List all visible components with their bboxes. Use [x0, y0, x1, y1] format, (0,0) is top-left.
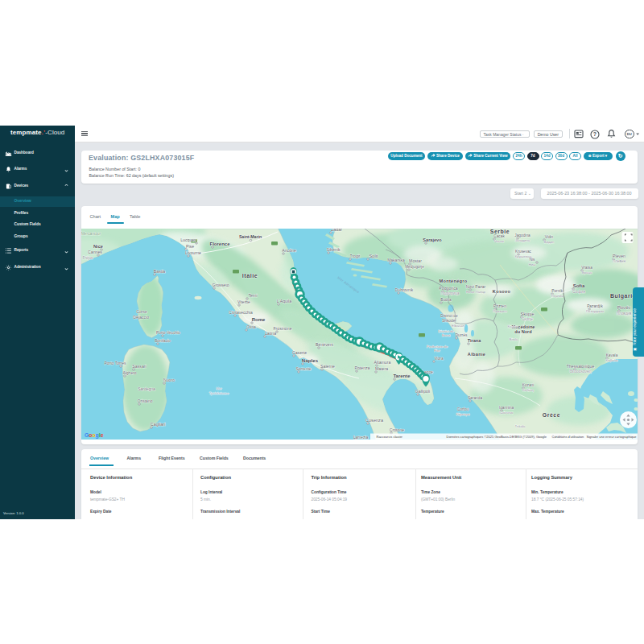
svg-text:Rome: Rome — [251, 317, 265, 322]
svg-text:Corse: Corse — [136, 309, 147, 314]
svg-text:ʘAjaccio: ʘAjaccio — [132, 315, 148, 320]
svg-text:Pernik: Pernik — [551, 289, 563, 293]
svg-text:Matera: Matera — [374, 366, 387, 371]
svg-text:Albanie: Albanie — [467, 352, 485, 357]
svg-text:Données cartographiques ©2025: Données cartographiques ©2025 GeoBasis-D… — [446, 435, 547, 439]
svg-text:Јагодина: Јагодина — [514, 238, 530, 242]
svg-text:Pleven: Pleven — [613, 254, 625, 258]
svg-text:Krusevac: Krusevac — [515, 250, 532, 254]
svg-text:Враца: Враца — [581, 270, 592, 275]
svg-text:Plovdiv: Plovdiv — [617, 305, 630, 310]
svg-text:Пазарджик: Пазарджик — [585, 309, 603, 313]
svg-text:Подгорица: Подгорица — [440, 291, 459, 295]
svg-text:Cacak: Cacak — [493, 234, 505, 238]
svg-text:Civitavecchia: Civitavecchia — [229, 310, 253, 315]
svg-text:Naples: Naples — [301, 357, 318, 363]
svg-text:Pise: Pise — [185, 243, 193, 248]
svg-text:Sardegna: Sardegna — [138, 386, 155, 391]
svg-text:Skopje: Skopje — [520, 312, 534, 316]
svg-text:Thessalonique: Thessalonique — [566, 364, 594, 369]
svg-text:Cosenza: Cosenza — [365, 418, 383, 423]
svg-text:Lamezia: Lamezia — [353, 436, 367, 440]
svg-text:Sarajevo: Sarajevo — [423, 237, 442, 242]
svg-text:Nice: Nice — [93, 244, 103, 249]
svg-text:Sibenik: Sibenik — [326, 247, 340, 252]
svg-text:Saranda: Saranda — [467, 396, 481, 400]
svg-text:Видин: Видин — [543, 240, 554, 244]
svg-text:Altamura: Altamura — [374, 360, 390, 365]
svg-text:Ostia: Ostia — [246, 324, 256, 329]
svg-text:Porto Torres: Porto Torres — [104, 361, 126, 365]
svg-text:Ancône: Ancône — [282, 248, 296, 253]
svg-text:Sofia: Sofia — [572, 283, 584, 288]
svg-text:Mostar: Mostar — [409, 258, 422, 263]
svg-text:Κοζάνη: Κοζάνη — [522, 388, 534, 392]
svg-text:Ioannina: Ioannina — [498, 406, 514, 410]
svg-text:Bulgarie: Bulgarie — [609, 293, 635, 299]
svg-text:Kozani: Kozani — [522, 383, 534, 387]
svg-text:Potenza: Potenza — [354, 365, 369, 370]
svg-text:Vratsa: Vratsa — [581, 266, 592, 270]
svg-text:Salerne: Salerne — [320, 364, 335, 369]
svg-text:Jagodina: Jagodina — [514, 233, 530, 237]
svg-text:Нови Пазар: Нови Пазар — [465, 290, 485, 294]
svg-text:Sassari: Sassari — [132, 364, 146, 369]
svg-text:Italie: Italie — [242, 271, 257, 279]
svg-text:Prizren: Prizren — [493, 303, 506, 308]
svg-text:Cannes: Cannes — [88, 250, 102, 254]
svg-text:Latina: Latina — [264, 331, 275, 336]
svg-text:Ниш: Ниш — [528, 262, 536, 266]
svg-text:Ιωάννινα: Ιωάννινα — [499, 411, 514, 415]
svg-text:Tirana: Tirana — [467, 338, 481, 343]
svg-text:Grosseto: Grosseto — [212, 283, 229, 287]
svg-text:Elbasan: Elbasan — [452, 324, 464, 328]
svg-text:Shkodër: Shkodër — [442, 319, 456, 323]
svg-text:Grèce: Grèce — [542, 412, 559, 418]
svg-text:du Nord: du Nord — [514, 329, 532, 334]
svg-text:Перник: Перник — [551, 294, 563, 298]
svg-text:Lucques: Lucques — [180, 237, 196, 242]
svg-text:Split: Split — [369, 254, 378, 258]
svg-text:Скопје: Скопје — [522, 317, 533, 321]
svg-text:Θεσσαλονίκη: Θεσσαλονίκη — [569, 369, 591, 374]
svg-text:Zadar: Zadar — [330, 229, 341, 232]
svg-text:L'Aquila: L'Aquila — [276, 299, 291, 303]
svg-text:Terni: Terni — [248, 293, 257, 298]
svg-text:Nis: Nis — [529, 258, 535, 262]
svg-text:Tyrrhénienne: Tyrrhénienne — [208, 390, 229, 394]
svg-text:Durrës: Durrës — [455, 332, 468, 337]
svg-text:Serbie: Serbie — [489, 229, 509, 234]
svg-text:Makarska: Makarska — [387, 258, 405, 262]
svg-text:Bonifacio: Bonifacio — [155, 339, 171, 343]
svg-text:Florence: Florence — [209, 242, 230, 246]
svg-text:Berat: Berat — [441, 333, 450, 337]
svg-text:Vidin: Vidin — [544, 235, 553, 239]
svg-text:Podgorica: Podgorica — [439, 286, 457, 291]
svg-text:Vlora: Vlora — [434, 357, 444, 361]
svg-text:Corfou: Corfou — [456, 407, 469, 411]
svg-text:Conditions d'utilisation: Conditions d'utilisation — [551, 435, 584, 439]
svg-text:Raccourcis clavier: Raccourcis clavier — [376, 435, 402, 439]
svg-text:Kavala: Kavala — [605, 353, 617, 357]
svg-text:Saint-Marin: Saint-Marin — [238, 234, 261, 239]
svg-text:Bénévent: Bénévent — [316, 342, 333, 347]
svg-text:Monténégro: Monténégro — [439, 279, 467, 283]
svg-text:Mercantour: Mercantour — [81, 232, 101, 236]
svg-text:Novi Pazar: Novi Pazar — [465, 284, 485, 289]
svg-text:Frosinone: Frosinone — [273, 326, 291, 331]
svg-text:Signaler une erreur cartograph: Signaler une erreur cartographique — [586, 435, 637, 439]
svg-text:Пловдив: Пловдив — [616, 312, 631, 316]
svg-text:Cagliari: Cagliari — [150, 422, 165, 427]
svg-text:Fier: Fier — [434, 349, 440, 353]
svg-text:Pazardjik: Pazardjik — [587, 304, 603, 308]
svg-text:Livourne: Livourne — [185, 250, 201, 255]
svg-text:?: ? — [592, 131, 596, 137]
svg-text:Alghero: Alghero — [122, 370, 136, 375]
svg-text:Trikala: Trikala — [514, 424, 526, 428]
svg-text:District de: District de — [440, 314, 458, 318]
svg-text:София: София — [572, 289, 584, 294]
svg-text:Mer: Mer — [216, 386, 222, 390]
svg-text:Porto-Vecchio: Porto-Vecchio — [156, 331, 180, 335]
svg-text:Kicevo: Kicevo — [507, 324, 518, 328]
svg-text:Sorrente: Sorrente — [295, 366, 311, 371]
